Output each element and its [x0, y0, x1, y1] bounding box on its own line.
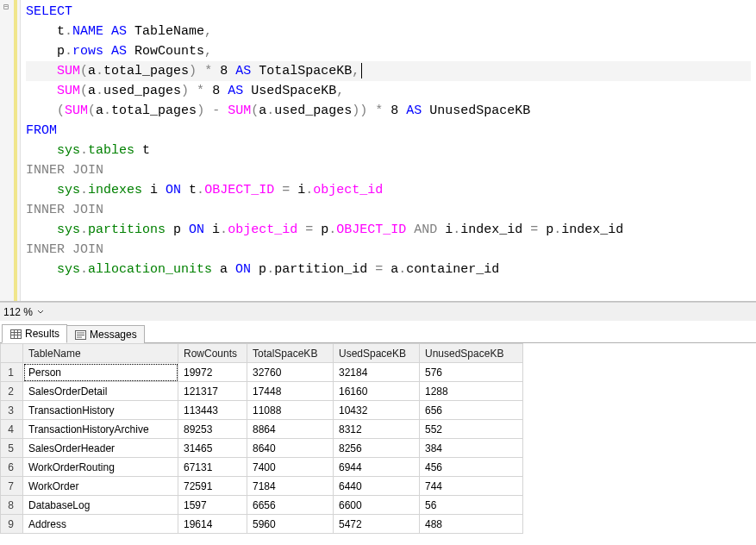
cell-tablename[interactable]: SalesOrderDetail [23, 382, 178, 401]
cell-total[interactable]: 32760 [247, 363, 334, 382]
text-cursor [361, 63, 362, 78]
row-number-cell[interactable]: 3 [1, 401, 23, 420]
cell-tablename[interactable]: Person [23, 363, 178, 382]
row-number-cell[interactable]: 8 [1, 496, 23, 515]
cell-unused[interactable]: 576 [420, 363, 523, 382]
cell-unused[interactable]: 1288 [420, 382, 523, 401]
highlighted-line: SUM(a.total_pages) * 8 AS TotalSpaceKB, [26, 61, 751, 81]
col-header-rowcounts[interactable]: RowCounts [178, 344, 247, 363]
row-number-cell[interactable]: 1 [1, 363, 23, 382]
zoom-level[interactable]: 112 % [3, 306, 33, 318]
messages-icon [74, 329, 86, 341]
table-row[interactable]: 5SalesOrderHeader3146586408256384 [1, 439, 523, 458]
table-row[interactable]: 1Person199723276032184576 [1, 363, 523, 382]
grid-header-row: TableName RowCounts TotalSpaceKB UsedSpa… [1, 344, 523, 363]
tab-messages-label: Messages [90, 329, 137, 341]
cell-unused[interactable]: 744 [420, 477, 523, 496]
cell-rowcounts[interactable]: 89253 [178, 420, 247, 439]
cell-used[interactable]: 16160 [334, 382, 420, 401]
col-header-total[interactable]: TotalSpaceKB [247, 344, 334, 363]
table-row[interactable]: 6WorkOrderRouting6713174006944456 [1, 458, 523, 477]
zoom-dropdown-icon[interactable] [36, 308, 45, 316]
cell-used[interactable]: 6944 [334, 458, 420, 477]
table-row[interactable]: 7WorkOrder7259171846440744 [1, 477, 523, 496]
cell-unused[interactable]: 656 [420, 401, 523, 420]
cell-total[interactable]: 8640 [247, 439, 334, 458]
cell-total[interactable]: 8864 [247, 420, 334, 439]
row-number-cell[interactable]: 6 [1, 458, 23, 477]
row-number-cell[interactable]: 5 [1, 439, 23, 458]
cell-tablename[interactable]: TransactionHistoryArchive [23, 420, 178, 439]
cell-used[interactable]: 5472 [334, 515, 420, 534]
cell-used[interactable]: 8312 [334, 420, 420, 439]
cell-used[interactable]: 6440 [334, 477, 420, 496]
svg-rect-0 [10, 329, 21, 338]
corner-cell[interactable] [1, 344, 23, 363]
tab-results[interactable]: Results [2, 324, 67, 343]
table-row[interactable]: 9Address1961459605472488 [1, 515, 523, 534]
kw-from: FROM [26, 123, 57, 138]
sql-editor-content[interactable]: SELECT t.NAME AS TableName, p.rows AS Ro… [21, 0, 756, 281]
editor-gutter: ⊟ [0, 0, 21, 301]
row-number-cell[interactable]: 2 [1, 382, 23, 401]
cell-rowcounts[interactable]: 67131 [178, 458, 247, 477]
cell-total[interactable]: 17448 [247, 382, 334, 401]
cell-used[interactable]: 6600 [334, 496, 420, 515]
cell-rowcounts[interactable]: 113443 [178, 401, 247, 420]
results-grid[interactable]: TableName RowCounts TotalSpaceKB UsedSpa… [0, 343, 523, 534]
zoom-bar: 112 % [0, 302, 756, 321]
col-header-used[interactable]: UsedSpaceKB [334, 344, 420, 363]
table-row[interactable]: 4TransactionHistoryArchive89253886483125… [1, 420, 523, 439]
cell-total[interactable]: 5960 [247, 515, 334, 534]
table-row[interactable]: 8DatabaseLog15976656660056 [1, 496, 523, 515]
cell-tablename[interactable]: WorkOrderRouting [23, 458, 178, 477]
cell-rowcounts[interactable]: 19614 [178, 515, 247, 534]
cell-used[interactable]: 10432 [334, 401, 420, 420]
cell-total[interactable]: 11088 [247, 401, 334, 420]
cell-rowcounts[interactable]: 1597 [178, 496, 247, 515]
cell-unused[interactable]: 384 [420, 439, 523, 458]
tab-results-label: Results [25, 328, 59, 340]
col-header-tablename[interactable]: TableName [23, 344, 178, 363]
cell-rowcounts[interactable]: 31465 [178, 439, 247, 458]
cell-tablename[interactable]: SalesOrderHeader [23, 439, 178, 458]
col-header-unused[interactable]: UnusedSpaceKB [420, 344, 523, 363]
cell-tablename[interactable]: TransactionHistory [23, 401, 178, 420]
change-marker [14, 0, 17, 301]
cell-used[interactable]: 32184 [334, 363, 420, 382]
sql-editor-pane[interactable]: ⊟ SELECT t.NAME AS TableName, p.rows AS … [0, 0, 756, 302]
row-number-cell[interactable]: 4 [1, 420, 23, 439]
cell-tablename[interactable]: Address [23, 515, 178, 534]
cell-tablename[interactable]: WorkOrder [23, 477, 178, 496]
outline-collapse-icon[interactable]: ⊟ [3, 2, 10, 9]
table-row[interactable]: 2SalesOrderDetail12131717448161601288 [1, 382, 523, 401]
cell-total[interactable]: 7184 [247, 477, 334, 496]
results-grid-pane[interactable]: TableName RowCounts TotalSpaceKB UsedSpa… [0, 343, 756, 545]
cell-used[interactable]: 8256 [334, 439, 420, 458]
cell-unused[interactable]: 56 [420, 496, 523, 515]
cell-rowcounts[interactable]: 19972 [178, 363, 247, 382]
cell-unused[interactable]: 488 [420, 515, 523, 534]
kw-select: SELECT [26, 4, 72, 19]
tab-messages[interactable]: Messages [66, 325, 145, 343]
table-row[interactable]: 3TransactionHistory1134431108810432656 [1, 401, 523, 420]
cell-unused[interactable]: 552 [420, 420, 523, 439]
cell-rowcounts[interactable]: 121317 [178, 382, 247, 401]
cell-rowcounts[interactable]: 72591 [178, 477, 247, 496]
row-number-cell[interactable]: 9 [1, 515, 23, 534]
cell-unused[interactable]: 456 [420, 458, 523, 477]
row-number-cell[interactable]: 7 [1, 477, 23, 496]
cell-tablename[interactable]: DatabaseLog [23, 496, 178, 515]
grid-icon [9, 328, 22, 340]
cell-total[interactable]: 7400 [247, 458, 334, 477]
cell-total[interactable]: 6656 [247, 496, 334, 515]
results-tabs-bar: Results Messages [0, 321, 756, 343]
